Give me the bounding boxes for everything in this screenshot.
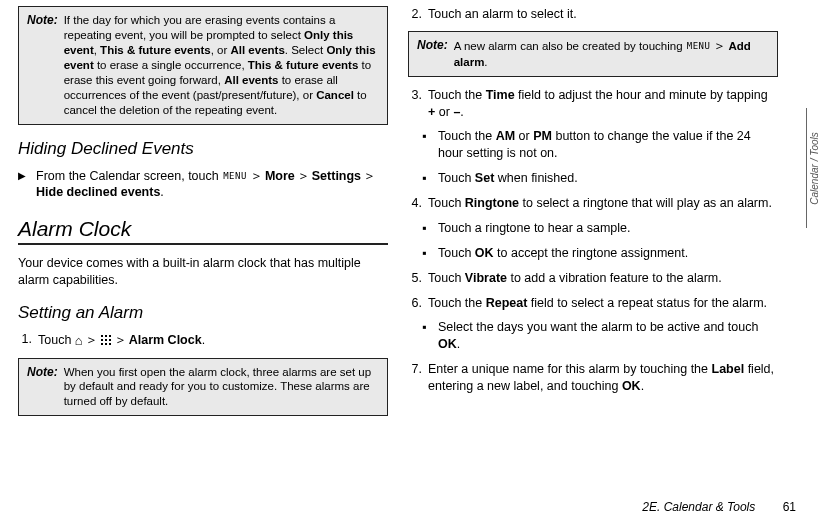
note-text: A new alarm can also be created by touch… <box>454 38 769 70</box>
intro-text: Your device comes with a built-in alarm … <box>18 255 388 289</box>
substep-3a: ▪ Touch the AM or PM button to change th… <box>422 128 778 162</box>
chevron-right-icon: ＞ <box>361 168 378 183</box>
step-number: 4. <box>408 195 422 212</box>
step-number: 1. <box>18 331 32 349</box>
note-label: Note: <box>27 365 58 410</box>
home-icon: ⌂ <box>75 332 83 350</box>
note-label: Note: <box>27 13 58 118</box>
step-text: Touch ⌂＞＞Alarm Clock. <box>38 331 388 349</box>
step-2: 2. Touch an alarm to select it. <box>408 6 778 23</box>
step-number: 7. <box>408 361 422 395</box>
left-column: Note: If the day for which you are erasi… <box>18 6 388 488</box>
substep-text: Touch Set when finished. <box>438 170 778 187</box>
substep-4a: ▪ Touch a ringtone to hear a sample. <box>422 220 778 237</box>
substep-text: Touch a ringtone to hear a sample. <box>438 220 778 237</box>
heading-hiding-declined: Hiding Declined Events <box>18 139 388 159</box>
square-bullet-icon: ▪ <box>422 245 432 262</box>
bullet-step: ▶ From the Calendar screen, touch MENU＞M… <box>18 167 388 202</box>
chevron-right-icon: ＞ <box>711 38 728 53</box>
step-number: 6. <box>408 295 422 312</box>
note-box-2: Note: When you first open the alarm cloc… <box>18 358 388 417</box>
square-bullet-icon: ▪ <box>422 220 432 237</box>
bullet-text: From the Calendar screen, touch MENU＞Mor… <box>36 167 388 202</box>
chevron-right-icon: ＞ <box>112 332 129 347</box>
substep-3b: ▪ Touch Set when finished. <box>422 170 778 187</box>
step-6: 6. Touch the Repeat field to select a re… <box>408 295 778 312</box>
step-4: 4. Touch Ringtone to select a ringtone t… <box>408 195 778 212</box>
step-number: 2. <box>408 6 422 23</box>
page-number: 61 <box>783 500 796 514</box>
heading-setting-alarm: Setting an Alarm <box>18 303 388 323</box>
step-text: Touch Ringtone to select a ringtone that… <box>428 195 778 212</box>
substep-4b: ▪ Touch OK to accept the ringtone assign… <box>422 245 778 262</box>
note-text: If the day for which you are erasing eve… <box>64 13 379 118</box>
square-bullet-icon: ▪ <box>422 170 432 187</box>
step-number: 5. <box>408 270 422 287</box>
chevron-right-icon: ＞ <box>248 168 265 183</box>
step-text: Touch the Repeat field to select a repea… <box>428 295 778 312</box>
heading-alarm-clock: Alarm Clock <box>18 217 388 241</box>
step-text: Touch an alarm to select it. <box>428 6 778 23</box>
square-bullet-icon: ▪ <box>422 128 432 162</box>
step-3: 3. Touch the Time field to adjust the ho… <box>408 87 778 121</box>
note-text: When you first open the alarm clock, thr… <box>64 365 379 410</box>
step-text: Touch Vibrate to add a vibration feature… <box>428 270 778 287</box>
menu-icon: MENU <box>222 170 248 182</box>
step-text: Touch the Time field to adjust the hour … <box>428 87 778 121</box>
side-tab-label: Calendar / Tools <box>809 132 820 204</box>
note-box-1: Note: If the day for which you are erasi… <box>18 6 388 125</box>
chevron-right-icon: ＞ <box>83 332 100 347</box>
footer-section: 2E. Calendar & Tools <box>642 500 755 514</box>
heading-rule <box>18 243 388 245</box>
apps-grid-icon <box>100 334 112 346</box>
triangle-bullet-icon: ▶ <box>18 167 30 202</box>
side-tab: Calendar / Tools <box>806 108 822 228</box>
note-label: Note: <box>417 38 448 70</box>
substep-text: Select the days you want the alarm to be… <box>438 319 778 353</box>
substep-text: Touch OK to accept the ringtone assignme… <box>438 245 778 262</box>
step-text: Enter a unique name for this alarm by to… <box>428 361 778 395</box>
menu-icon: MENU <box>686 41 712 53</box>
step-5: 5. Touch Vibrate to add a vibration feat… <box>408 270 778 287</box>
substep-6a: ▪ Select the days you want the alarm to … <box>422 319 778 353</box>
right-column: 2. Touch an alarm to select it. Note: A … <box>408 6 778 488</box>
step-1: 1. Touch ⌂＞＞Alarm Clock. <box>18 331 388 349</box>
note-box-3: Note: A new alarm can also be created by… <box>408 31 778 77</box>
substep-text: Touch the AM or PM button to change the … <box>438 128 778 162</box>
square-bullet-icon: ▪ <box>422 319 432 353</box>
step-number: 3. <box>408 87 422 121</box>
page-footer: 2E. Calendar & Tools 61 <box>642 500 796 514</box>
step-7: 7. Enter a unique name for this alarm by… <box>408 361 778 395</box>
chevron-right-icon: ＞ <box>295 168 312 183</box>
page: Note: If the day for which you are erasi… <box>0 0 826 490</box>
